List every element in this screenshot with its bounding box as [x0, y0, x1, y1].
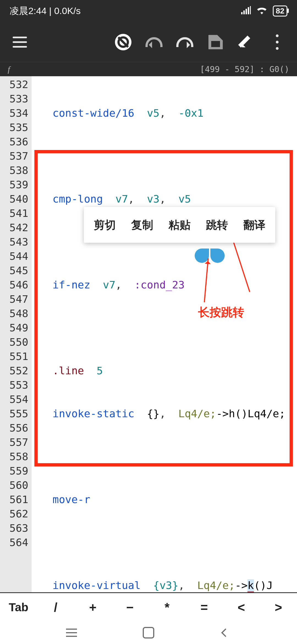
code-body[interactable]: const-wide/16 v5, -0x1 cmp-long v7, v3, … — [32, 76, 297, 592]
recents-icon — [66, 629, 77, 637]
status-time: 凌晨2:44 | 0.0K/s — [10, 5, 81, 17]
line-number: 558 — [0, 449, 28, 464]
battery-icon: 82 — [273, 6, 287, 17]
key-minus[interactable]: − — [111, 600, 148, 615]
nav-back[interactable] — [218, 625, 233, 640]
compass-icon — [115, 34, 131, 50]
line-number: 538 — [0, 163, 28, 178]
app-bar — [0, 22, 297, 62]
line-number: 543 — [0, 235, 28, 249]
line-number: 552 — [0, 364, 28, 378]
wifi-icon — [256, 6, 267, 17]
key-tab[interactable]: Tab — [0, 601, 37, 614]
navigate-button[interactable] — [114, 33, 132, 51]
key-slash[interactable]: / — [37, 600, 74, 615]
back-icon — [221, 628, 230, 637]
line-number: 554 — [0, 392, 28, 406]
key-gt[interactable]: > — [260, 600, 297, 615]
overflow-button[interactable] — [268, 33, 286, 51]
edit-button[interactable] — [238, 33, 255, 51]
line-number: 557 — [0, 435, 28, 449]
save-button[interactable] — [207, 33, 224, 51]
status-right: 82 — [241, 6, 287, 17]
nav-recents[interactable] — [64, 625, 79, 640]
menu-cut[interactable]: 剪切 — [86, 217, 123, 233]
key-equals[interactable]: = — [186, 600, 223, 615]
undo-icon — [145, 37, 163, 47]
nav-home[interactable] — [141, 625, 156, 640]
menu-jump[interactable]: 跳转 — [198, 217, 236, 233]
line-number: 535 — [0, 120, 28, 135]
code-editor[interactable]: 5325335345355365375385395405415425435445… — [0, 76, 297, 592]
home-icon — [143, 627, 154, 638]
menu-paste[interactable]: 粘贴 — [161, 217, 198, 233]
line-number: 562 — [0, 507, 28, 521]
info-left: f — [8, 65, 10, 74]
selection-handle-left[interactable] — [195, 249, 209, 263]
redo-icon — [176, 37, 193, 47]
line-number: 549 — [0, 321, 28, 335]
line-number-gutter: 5325335345355365375385395405415425435445… — [0, 76, 32, 592]
line-number: 534 — [0, 106, 28, 120]
line-number: 550 — [0, 335, 28, 349]
line-number: 540 — [0, 192, 28, 206]
line-number: 559 — [0, 464, 28, 478]
line-number: 561 — [0, 492, 28, 507]
menu-button[interactable] — [11, 33, 29, 51]
pencil-icon — [239, 35, 254, 49]
menu-translate[interactable]: 翻译 — [236, 217, 273, 233]
system-nav-bar — [0, 621, 297, 644]
line-number: 555 — [0, 406, 28, 421]
text-selection[interactable]: k — [248, 579, 254, 592]
symbol-key-row: Tab / + − * = < > — [0, 592, 297, 621]
line-number: 548 — [0, 306, 28, 321]
line-number: 564 — [0, 535, 28, 550]
hamburger-icon — [13, 37, 27, 48]
line-number: 539 — [0, 178, 28, 192]
line-number: 547 — [0, 292, 28, 306]
line-number: 545 — [0, 263, 28, 278]
battery-level: 82 — [276, 7, 284, 15]
undo-button[interactable] — [145, 33, 163, 51]
key-plus[interactable]: + — [74, 600, 111, 615]
line-number: 541 — [0, 206, 28, 220]
line-number: 544 — [0, 249, 28, 263]
key-star[interactable]: * — [148, 600, 186, 615]
more-icon — [273, 34, 282, 50]
line-number: 553 — [0, 378, 28, 392]
redo-button[interactable] — [176, 33, 194, 51]
annotation-label: 长按跳转 — [198, 305, 244, 320]
line-number: 536 — [0, 135, 28, 149]
status-bar: 凌晨2:44 | 0.0K/s 82 — [0, 0, 297, 22]
line-number: 551 — [0, 349, 28, 364]
menu-copy[interactable]: 复制 — [123, 217, 161, 233]
line-number: 542 — [0, 220, 28, 235]
line-number: 532 — [0, 77, 28, 92]
key-lt[interactable]: < — [223, 600, 260, 615]
context-menu: 剪切 复制 粘贴 跳转 翻译 — [84, 207, 275, 243]
signal-icon — [241, 6, 251, 17]
line-number: 560 — [0, 478, 28, 492]
selection-handle-right[interactable] — [210, 249, 225, 263]
line-number: 546 — [0, 278, 28, 292]
line-number: 563 — [0, 521, 28, 535]
info-bar: f [499 - 592] : G0() — [0, 62, 297, 76]
line-number: 533 — [0, 92, 28, 106]
save-icon — [208, 35, 223, 49]
line-number: 537 — [0, 149, 28, 163]
info-right: [499 - 592] : G0() — [200, 64, 289, 74]
line-number: 556 — [0, 421, 28, 435]
